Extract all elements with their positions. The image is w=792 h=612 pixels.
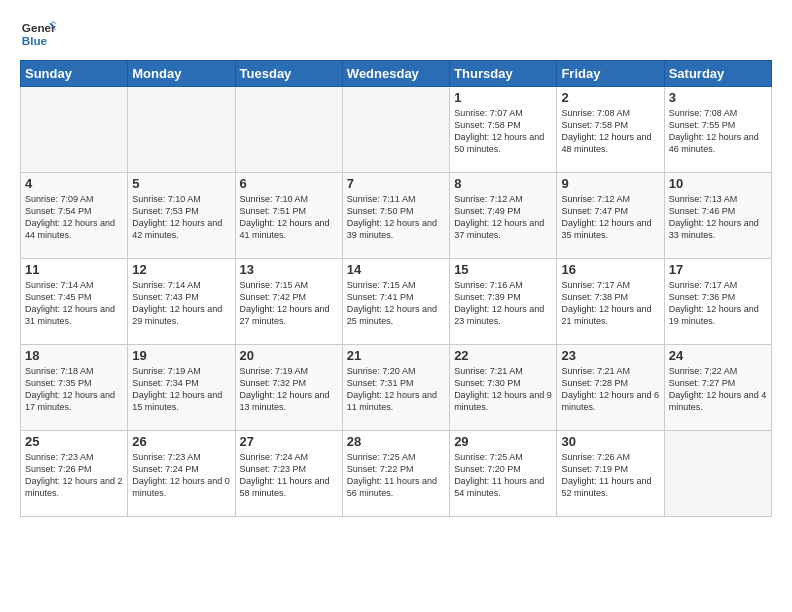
day-info: Sunrise: 7:17 AMSunset: 7:36 PMDaylight:…: [669, 279, 767, 328]
day-info: Sunrise: 7:16 AMSunset: 7:39 PMDaylight:…: [454, 279, 552, 328]
day-number: 23: [561, 348, 659, 363]
day-number: 28: [347, 434, 445, 449]
calendar-cell: [342, 87, 449, 173]
day-info: Sunrise: 7:21 AMSunset: 7:30 PMDaylight:…: [454, 365, 552, 414]
day-info: Sunrise: 7:12 AMSunset: 7:49 PMDaylight:…: [454, 193, 552, 242]
day-info: Sunrise: 7:22 AMSunset: 7:27 PMDaylight:…: [669, 365, 767, 414]
calendar-week-1: 1Sunrise: 7:07 AMSunset: 7:58 PMDaylight…: [21, 87, 772, 173]
day-number: 30: [561, 434, 659, 449]
calendar-cell: 9Sunrise: 7:12 AMSunset: 7:47 PMDaylight…: [557, 173, 664, 259]
day-info: Sunrise: 7:25 AMSunset: 7:20 PMDaylight:…: [454, 451, 552, 500]
calendar-cell: 10Sunrise: 7:13 AMSunset: 7:46 PMDayligh…: [664, 173, 771, 259]
calendar-cell: 27Sunrise: 7:24 AMSunset: 7:23 PMDayligh…: [235, 431, 342, 517]
calendar-cell: [21, 87, 128, 173]
day-number: 3: [669, 90, 767, 105]
day-info: Sunrise: 7:19 AMSunset: 7:34 PMDaylight:…: [132, 365, 230, 414]
day-number: 7: [347, 176, 445, 191]
day-info: Sunrise: 7:26 AMSunset: 7:19 PMDaylight:…: [561, 451, 659, 500]
calendar-cell: 13Sunrise: 7:15 AMSunset: 7:42 PMDayligh…: [235, 259, 342, 345]
day-number: 12: [132, 262, 230, 277]
day-info: Sunrise: 7:09 AMSunset: 7:54 PMDaylight:…: [25, 193, 123, 242]
calendar-cell: 23Sunrise: 7:21 AMSunset: 7:28 PMDayligh…: [557, 345, 664, 431]
day-info: Sunrise: 7:11 AMSunset: 7:50 PMDaylight:…: [347, 193, 445, 242]
day-number: 24: [669, 348, 767, 363]
calendar-cell: 7Sunrise: 7:11 AMSunset: 7:50 PMDaylight…: [342, 173, 449, 259]
day-number: 1: [454, 90, 552, 105]
calendar-cell: 24Sunrise: 7:22 AMSunset: 7:27 PMDayligh…: [664, 345, 771, 431]
calendar-table: SundayMondayTuesdayWednesdayThursdayFrid…: [20, 60, 772, 517]
calendar-cell: 26Sunrise: 7:23 AMSunset: 7:24 PMDayligh…: [128, 431, 235, 517]
calendar-cell: 1Sunrise: 7:07 AMSunset: 7:58 PMDaylight…: [450, 87, 557, 173]
calendar-cell: 29Sunrise: 7:25 AMSunset: 7:20 PMDayligh…: [450, 431, 557, 517]
calendar-header-row: SundayMondayTuesdayWednesdayThursdayFrid…: [21, 61, 772, 87]
calendar-header-wednesday: Wednesday: [342, 61, 449, 87]
calendar-header-saturday: Saturday: [664, 61, 771, 87]
calendar-cell: 25Sunrise: 7:23 AMSunset: 7:26 PMDayligh…: [21, 431, 128, 517]
calendar-cell: 18Sunrise: 7:18 AMSunset: 7:35 PMDayligh…: [21, 345, 128, 431]
day-info: Sunrise: 7:25 AMSunset: 7:22 PMDaylight:…: [347, 451, 445, 500]
day-info: Sunrise: 7:10 AMSunset: 7:53 PMDaylight:…: [132, 193, 230, 242]
calendar-week-2: 4Sunrise: 7:09 AMSunset: 7:54 PMDaylight…: [21, 173, 772, 259]
calendar-week-3: 11Sunrise: 7:14 AMSunset: 7:45 PMDayligh…: [21, 259, 772, 345]
day-number: 5: [132, 176, 230, 191]
calendar-header-sunday: Sunday: [21, 61, 128, 87]
day-number: 21: [347, 348, 445, 363]
day-number: 15: [454, 262, 552, 277]
calendar-cell: 22Sunrise: 7:21 AMSunset: 7:30 PMDayligh…: [450, 345, 557, 431]
day-number: 4: [25, 176, 123, 191]
day-number: 6: [240, 176, 338, 191]
day-number: 14: [347, 262, 445, 277]
calendar-cell: 11Sunrise: 7:14 AMSunset: 7:45 PMDayligh…: [21, 259, 128, 345]
day-number: 26: [132, 434, 230, 449]
day-number: 25: [25, 434, 123, 449]
day-info: Sunrise: 7:14 AMSunset: 7:43 PMDaylight:…: [132, 279, 230, 328]
day-number: 10: [669, 176, 767, 191]
day-info: Sunrise: 7:15 AMSunset: 7:42 PMDaylight:…: [240, 279, 338, 328]
calendar-cell: [235, 87, 342, 173]
calendar-week-5: 25Sunrise: 7:23 AMSunset: 7:26 PMDayligh…: [21, 431, 772, 517]
day-info: Sunrise: 7:21 AMSunset: 7:28 PMDaylight:…: [561, 365, 659, 414]
day-number: 11: [25, 262, 123, 277]
day-info: Sunrise: 7:23 AMSunset: 7:24 PMDaylight:…: [132, 451, 230, 500]
calendar-cell: 20Sunrise: 7:19 AMSunset: 7:32 PMDayligh…: [235, 345, 342, 431]
calendar-header-tuesday: Tuesday: [235, 61, 342, 87]
calendar-cell: 30Sunrise: 7:26 AMSunset: 7:19 PMDayligh…: [557, 431, 664, 517]
calendar-cell: 6Sunrise: 7:10 AMSunset: 7:51 PMDaylight…: [235, 173, 342, 259]
calendar-cell: 28Sunrise: 7:25 AMSunset: 7:22 PMDayligh…: [342, 431, 449, 517]
logo: General Blue: [20, 16, 56, 52]
calendar-cell: [128, 87, 235, 173]
day-number: 2: [561, 90, 659, 105]
day-info: Sunrise: 7:19 AMSunset: 7:32 PMDaylight:…: [240, 365, 338, 414]
day-info: Sunrise: 7:08 AMSunset: 7:55 PMDaylight:…: [669, 107, 767, 156]
calendar-cell: 4Sunrise: 7:09 AMSunset: 7:54 PMDaylight…: [21, 173, 128, 259]
calendar-cell: 3Sunrise: 7:08 AMSunset: 7:55 PMDaylight…: [664, 87, 771, 173]
header: General Blue: [20, 16, 772, 52]
day-number: 20: [240, 348, 338, 363]
logo-icon: General Blue: [20, 16, 56, 52]
calendar-cell: 5Sunrise: 7:10 AMSunset: 7:53 PMDaylight…: [128, 173, 235, 259]
calendar-cell: [664, 431, 771, 517]
day-number: 13: [240, 262, 338, 277]
day-number: 18: [25, 348, 123, 363]
calendar-cell: 2Sunrise: 7:08 AMSunset: 7:58 PMDaylight…: [557, 87, 664, 173]
calendar-cell: 21Sunrise: 7:20 AMSunset: 7:31 PMDayligh…: [342, 345, 449, 431]
day-info: Sunrise: 7:10 AMSunset: 7:51 PMDaylight:…: [240, 193, 338, 242]
day-number: 29: [454, 434, 552, 449]
page: General Blue SundayMondayTuesdayWednesda…: [0, 0, 792, 612]
calendar-header-thursday: Thursday: [450, 61, 557, 87]
day-info: Sunrise: 7:12 AMSunset: 7:47 PMDaylight:…: [561, 193, 659, 242]
calendar-cell: 19Sunrise: 7:19 AMSunset: 7:34 PMDayligh…: [128, 345, 235, 431]
calendar-week-4: 18Sunrise: 7:18 AMSunset: 7:35 PMDayligh…: [21, 345, 772, 431]
day-info: Sunrise: 7:17 AMSunset: 7:38 PMDaylight:…: [561, 279, 659, 328]
svg-text:Blue: Blue: [22, 34, 48, 47]
day-number: 22: [454, 348, 552, 363]
day-info: Sunrise: 7:18 AMSunset: 7:35 PMDaylight:…: [25, 365, 123, 414]
calendar-header-friday: Friday: [557, 61, 664, 87]
day-number: 16: [561, 262, 659, 277]
day-info: Sunrise: 7:24 AMSunset: 7:23 PMDaylight:…: [240, 451, 338, 500]
calendar-cell: 8Sunrise: 7:12 AMSunset: 7:49 PMDaylight…: [450, 173, 557, 259]
day-info: Sunrise: 7:20 AMSunset: 7:31 PMDaylight:…: [347, 365, 445, 414]
day-info: Sunrise: 7:23 AMSunset: 7:26 PMDaylight:…: [25, 451, 123, 500]
calendar-cell: 16Sunrise: 7:17 AMSunset: 7:38 PMDayligh…: [557, 259, 664, 345]
day-number: 17: [669, 262, 767, 277]
